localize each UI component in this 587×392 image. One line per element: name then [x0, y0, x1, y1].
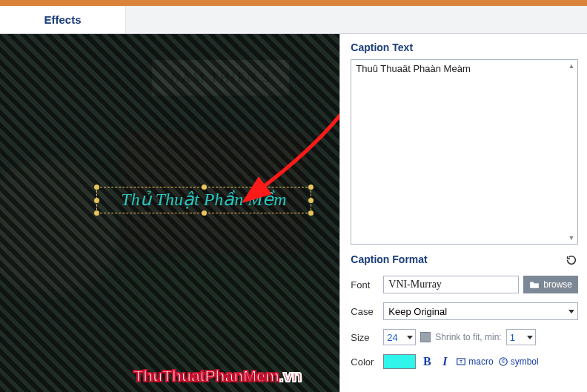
browse-label: browse — [543, 279, 572, 290]
color-row: Color B I T macro © symbol — [351, 354, 578, 369]
resize-handle[interactable] — [94, 210, 99, 216]
scroll-down-icon[interactable]: ▼ — [568, 234, 575, 242]
macro-button[interactable]: T macro — [456, 356, 493, 367]
shrink-label: Shrink to fit, min: — [435, 332, 501, 342]
caption-format-title: Caption Format — [351, 253, 427, 265]
resize-handle[interactable] — [202, 210, 207, 216]
caption-bounding-box[interactable]: Thủ Thuật Phần Mềm — [96, 187, 311, 213]
font-label: Font — [351, 279, 379, 290]
svg-text:T: T — [460, 359, 463, 364]
caption-format-header: Caption Format — [351, 253, 578, 267]
side-panel: Caption Text ▲ ▼ Caption Format Font bro… — [339, 34, 587, 392]
size-row: Size 24 Shrink to fit, min: 1 — [351, 329, 578, 345]
size-value: 24 — [387, 332, 397, 343]
italic-button[interactable]: I — [438, 355, 451, 368]
window-accent-strip — [0, 0, 587, 6]
case-select[interactable]: Keep Original — [383, 302, 578, 320]
sign-plate: NAM THIEN 3 — [152, 60, 289, 96]
resize-handle[interactable] — [308, 210, 314, 216]
font-input[interactable] — [383, 276, 519, 293]
case-row: Case Keep Original — [351, 302, 578, 320]
size-label: Size — [351, 332, 379, 343]
reset-icon[interactable] — [565, 253, 578, 267]
chevron-down-icon — [527, 336, 533, 339]
tab-effects[interactable]: Effects — [0, 6, 126, 33]
size-input[interactable]: 24 — [383, 329, 416, 345]
folder-icon — [529, 280, 540, 289]
watermark-suffix: .vn — [279, 367, 302, 385]
caption-text-field-wrap: ▲ ▼ — [351, 59, 578, 245]
watermark-main: ThuThuatPhanMem — [133, 367, 279, 385]
caption-rendered-text[interactable]: Thủ Thuật Phần Mềm — [97, 189, 311, 210]
svg-text:©: © — [501, 359, 505, 364]
scroll-up-icon[interactable]: ▲ — [568, 62, 575, 70]
color-label: Color — [351, 356, 379, 368]
caption-text-input[interactable] — [351, 59, 578, 245]
symbol-button[interactable]: © symbol — [498, 356, 539, 367]
case-label: Case — [351, 306, 379, 317]
chevron-down-icon — [407, 336, 413, 339]
tab-bar: Effects — [0, 6, 587, 34]
shrink-min-value: 1 — [510, 332, 515, 343]
macro-icon: T — [456, 356, 466, 367]
bold-button[interactable]: B — [420, 355, 434, 368]
watermark: ThuThuatPhanMem.vn — [133, 367, 302, 386]
chevron-down-icon — [568, 310, 574, 313]
preview-canvas[interactable]: NAM THIEN 3 Thủ Thuật Phần Mềm ThuThuatP… — [0, 34, 339, 392]
caption-text-title: Caption Text — [351, 41, 578, 53]
case-value: Keep Original — [388, 306, 447, 317]
symbol-icon: © — [498, 356, 508, 367]
shrink-min-input[interactable]: 1 — [506, 329, 536, 345]
shrink-checkbox[interactable] — [420, 332, 431, 342]
browse-font-button[interactable]: browse — [523, 276, 578, 293]
color-swatch[interactable] — [383, 354, 416, 369]
font-row: Font browse — [351, 276, 578, 293]
content-area: NAM THIEN 3 Thủ Thuật Phần Mềm ThuThuatP… — [0, 34, 587, 392]
